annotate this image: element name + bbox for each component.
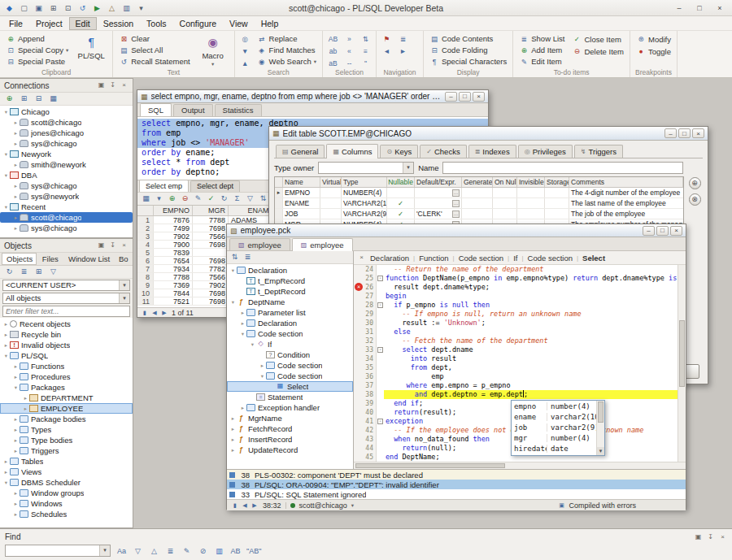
column-header-default-expr[interactable]: Default/Expr. — [415, 177, 462, 187]
object-item-type-bodies[interactable]: ▸Type bodies — [0, 435, 133, 445]
first-record-icon[interactable]: ▮ — [141, 307, 149, 318]
app-logo-icon[interactable]: ◆ — [2, 2, 16, 14]
vertical-scrollbar[interactable] — [678, 265, 686, 462]
float-icon[interactable]: ▣ — [694, 532, 703, 542]
chevron-expanded-icon[interactable]: ▾ — [229, 267, 237, 274]
tab-bo[interactable]: Bo — [114, 254, 133, 265]
add-item-button[interactable]: ⊕Add Item — [517, 45, 566, 55]
breadcrumb-select-5[interactable]: Select — [582, 254, 605, 263]
code-line-26[interactable]: ×26 result dept.dname%type; — [354, 283, 686, 292]
tab-window-list[interactable]: Window List — [63, 254, 113, 265]
code-line-36[interactable]: 36 emp — [354, 372, 686, 381]
close-item-button[interactable]: ✓Close Item — [570, 33, 625, 45]
code-line-30[interactable]: 30 result := 'Unknown'; — [354, 319, 686, 328]
chevron-collapsed-icon[interactable]: ▸ — [2, 321, 10, 328]
column-header-name[interactable]: Name — [283, 177, 320, 187]
maximize-button[interactable]: □ — [690, 2, 709, 14]
connection-item-sys-chicago[interactable]: ▸sys@chicago — [0, 223, 133, 233]
remove-column-button[interactable]: ⊗ — [689, 193, 701, 206]
special-copy-button[interactable]: ⊡Special Copy▾ — [4, 45, 70, 55]
lowercase-icon[interactable]: ab — [327, 46, 339, 57]
breadcrumb-if-3[interactable]: If — [513, 254, 517, 263]
save-icon[interactable]: ▣ — [32, 2, 46, 14]
chevron-collapsed-icon[interactable]: ▸ — [12, 437, 20, 444]
structure-item-exception-handler[interactable]: ▸Exception handler — [227, 402, 353, 413]
connection-item-chicago[interactable]: ▾Chicago — [0, 106, 133, 117]
menu-item-edit[interactable]: Edit — [69, 17, 97, 30]
structure-item-if[interactable]: ▾◇If — [227, 339, 353, 349]
code-line-28[interactable]: 28- if p_empno is null then — [354, 301, 686, 310]
view-style-icon[interactable]: ≣ — [19, 267, 29, 277]
table-name-field[interactable] — [442, 162, 683, 174]
chevron-expanded-icon[interactable]: ▾ — [259, 373, 266, 380]
modify-breakpoint-button[interactable]: ⊛Modify — [634, 33, 673, 45]
breadcrumb-code-section-4[interactable]: Code section — [528, 254, 573, 263]
tab-triggers[interactable]: ↯Triggers — [574, 145, 623, 158]
chevron-collapsed-icon[interactable]: ▸ — [2, 342, 10, 349]
code-line-31[interactable]: 31 else — [354, 328, 686, 336]
structure-item-code-section[interactable]: ▸Code section — [227, 360, 353, 371]
minimize-button[interactable]: – — [643, 226, 655, 236]
chevron-expanded-icon[interactable]: ▾ — [12, 384, 20, 391]
horizontal-scrollbar[interactable] — [354, 462, 686, 469]
code-contents-button[interactable]: ▤Code Contents — [428, 33, 508, 44]
uppercase-icon[interactable]: AB — [327, 33, 339, 45]
chevron-collapsed-icon[interactable]: ▸ — [12, 119, 20, 126]
chevron-collapsed-icon[interactable]: ▸ — [12, 490, 20, 497]
code-folding-button[interactable]: ⊟Code Folding — [428, 45, 508, 55]
connection-options-icon[interactable]: ▦ — [48, 93, 59, 104]
object-item-schedules[interactable]: ▸Schedules — [0, 509, 133, 519]
code-line-27[interactable]: 27begin — [354, 292, 686, 301]
align-icon[interactable]: ≡ — [359, 46, 372, 57]
compile-error-row[interactable]: 38PLS-00302: component 'DEPT' must be de… — [227, 470, 686, 480]
object-item-window-groups[interactable]: ▸Window groups — [0, 488, 133, 498]
structure-item-declaration[interactable]: ▸Declaration — [227, 318, 353, 328]
clear-highlight-icon[interactable]: ⊘ — [196, 545, 210, 557]
code-line-32[interactable]: 32 -- Fetch the name of the department — [354, 336, 686, 345]
undo-icon[interactable]: ↺ — [76, 2, 89, 14]
autocomplete-item-empno[interactable]: empnonumber(4) — [512, 401, 596, 411]
autocomplete-item-ename[interactable]: enamevarchar2(10) — [512, 411, 596, 422]
pin-icon[interactable]: ↧ — [108, 80, 117, 90]
collapse-all-icon[interactable]: ⊟ — [33, 93, 44, 104]
structure-item-t-emprecord[interactable]: Tt_EmpRecord — [227, 276, 353, 286]
close-icon[interactable]: × — [120, 241, 129, 250]
structure-item-updaterecord[interactable]: ▸ƒUpdateRecord — [227, 445, 353, 455]
edit-icon[interactable]: ✎ — [180, 545, 194, 557]
chevron-down-icon[interactable]: ▾ — [119, 280, 129, 290]
chevron-collapsed-icon[interactable]: ▸ — [12, 511, 20, 518]
column-header-nullable[interactable]: Nullable — [387, 177, 415, 187]
code-line-34[interactable]: 34 into result — [354, 354, 686, 363]
quote-icon[interactable]: " — [359, 58, 372, 69]
plsql-beautifier-button[interactable]: ¶PL/SQL — [74, 33, 108, 60]
chevron-collapsed-icon[interactable]: ▸ — [22, 406, 29, 412]
object-item-department[interactable]: ▸DEPARTMENT — [0, 393, 133, 403]
structure-item-deptname[interactable]: ▾ƒDeptName — [227, 297, 353, 307]
sort-members-icon[interactable]: ⇅ — [229, 252, 240, 263]
maximize-button[interactable]: □ — [459, 92, 471, 102]
menu-item-tools[interactable]: Tools — [140, 17, 173, 30]
add-connection-icon[interactable]: ⊕ — [4, 93, 15, 104]
grid-view-icon[interactable]: ▦ — [141, 193, 151, 204]
chevron-down-icon[interactable]: ▾ — [351, 502, 354, 509]
chevron-down-icon[interactable]: ▾ — [99, 545, 110, 556]
chevron-collapsed-icon[interactable]: ▸ — [12, 416, 20, 423]
chevron-collapsed-icon[interactable]: ▸ — [2, 332, 10, 338]
special-paste-button[interactable]: ⊟Special Paste — [4, 56, 70, 67]
column-header-storage[interactable]: Storage — [545, 177, 569, 187]
sort-lines-icon[interactable]: ⇅ — [359, 33, 372, 45]
delete-row-icon[interactable]: ⊖ — [180, 193, 190, 204]
chevron-collapsed-icon[interactable]: ▸ — [259, 362, 266, 369]
tab-keys[interactable]: ⊙Keys — [380, 145, 418, 158]
filter-icon[interactable]: ▽ — [131, 545, 145, 557]
statistics-icon[interactable]: ▥ — [120, 2, 133, 14]
tab-statistics[interactable]: Statistics — [215, 104, 262, 116]
chevron-collapsed-icon[interactable]: ▸ — [239, 310, 246, 316]
connection-item-sys-chicago[interactable]: ▸sys@chicago — [0, 138, 133, 149]
filter-objects-icon[interactable]: ▽ — [48, 267, 59, 277]
chevron-expanded-icon[interactable]: ▾ — [2, 353, 10, 359]
toggle-breakpoint-button[interactable]: ●Toggle — [634, 46, 673, 57]
document-tab-employee-1[interactable]: ▨employee — [292, 238, 353, 251]
chevron-down-icon[interactable]: ▾ — [119, 293, 129, 303]
tab-sql[interactable]: SQL — [140, 103, 172, 116]
